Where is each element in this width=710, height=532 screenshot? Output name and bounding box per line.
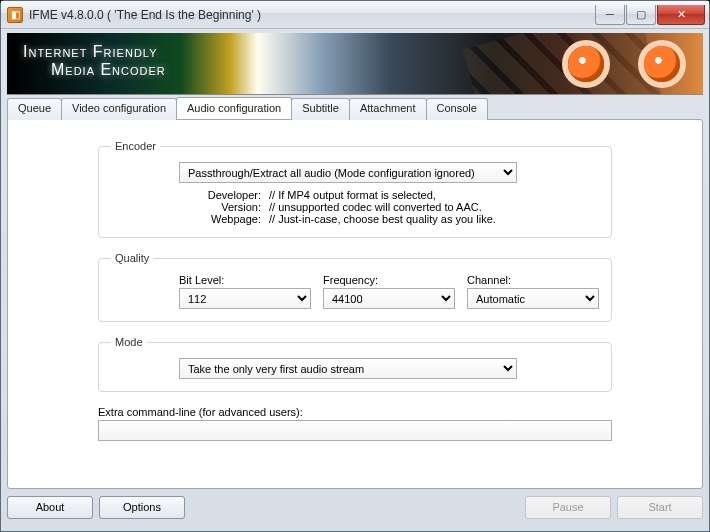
maximize-button[interactable]: ▢: [626, 5, 656, 25]
info-developer-key: Developer:: [179, 189, 261, 201]
info-webpage-val: // Just-in-case, choose best quality as …: [269, 213, 599, 225]
window-title: IFME v4.8.0.0 ( 'The End Is the Beginnin…: [29, 8, 595, 22]
banner-line2: Media Encoder: [51, 61, 166, 79]
group-encoder: Encoder Passthrough/Extract all audio (M…: [98, 140, 612, 238]
group-quality-legend: Quality: [111, 252, 153, 264]
app-window: ◧ IFME v4.8.0.0 ( 'The End Is the Beginn…: [0, 0, 710, 532]
start-button[interactable]: Start: [617, 496, 703, 519]
encoder-select[interactable]: Passthrough/Extract all audio (Mode conf…: [179, 162, 517, 183]
banner-text: Internet Friendly Media Encoder: [23, 43, 166, 79]
bitlevel-label: Bit Level:: [179, 274, 311, 286]
extra-cmd-section: Extra command-line (for advanced users):: [98, 406, 612, 441]
window-controls: ─ ▢ ✕: [595, 5, 705, 25]
group-quality: Quality Bit Level: 112 Frequency: 44100: [98, 252, 612, 322]
info-webpage-key: Webpage:: [179, 213, 261, 225]
info-version-val: // unsupported codec will converted to A…: [269, 201, 599, 213]
about-button[interactable]: About: [7, 496, 93, 519]
app-icon: ◧: [7, 7, 23, 23]
content: Queue Video configuration Audio configur…: [7, 97, 703, 489]
close-button[interactable]: ✕: [657, 5, 705, 25]
banner: Internet Friendly Media Encoder: [7, 33, 703, 95]
footer: About Options Pause Start: [7, 489, 703, 525]
channel-select[interactable]: Automatic: [467, 288, 599, 309]
info-version-key: Version:: [179, 201, 261, 213]
tab-bar: Queue Video configuration Audio configur…: [7, 97, 703, 119]
tab-subtitle[interactable]: Subtitle: [291, 98, 350, 120]
info-developer-val: // If MP4 output format is selected,: [269, 189, 599, 201]
titlebar[interactable]: ◧ IFME v4.8.0.0 ( 'The End Is the Beginn…: [1, 1, 709, 29]
tab-panel-audio: Encoder Passthrough/Extract all audio (M…: [7, 119, 703, 489]
channel-label: Channel:: [467, 274, 599, 286]
tab-attachment[interactable]: Attachment: [349, 98, 427, 120]
bitlevel-select[interactable]: 112: [179, 288, 311, 309]
extra-cmd-input[interactable]: [98, 420, 612, 441]
minimize-button[interactable]: ─: [595, 5, 625, 25]
group-mode: Mode Take the only very first audio stre…: [98, 336, 612, 392]
tab-console[interactable]: Console: [426, 98, 488, 120]
extra-cmd-label: Extra command-line (for advanced users):: [98, 406, 612, 418]
banner-line1: Internet Friendly: [23, 43, 166, 61]
tab-queue[interactable]: Queue: [7, 98, 62, 120]
group-mode-legend: Mode: [111, 336, 147, 348]
banner-art-icon: [598, 41, 688, 91]
pause-button[interactable]: Pause: [525, 496, 611, 519]
encoder-info: Developer: // If MP4 output format is se…: [179, 189, 599, 225]
frequency-select[interactable]: 44100: [323, 288, 455, 309]
tab-audio[interactable]: Audio configuration: [176, 97, 292, 119]
frequency-label: Frequency:: [323, 274, 455, 286]
options-button[interactable]: Options: [99, 496, 185, 519]
tab-video[interactable]: Video configuration: [61, 98, 177, 120]
mode-select[interactable]: Take the only very first audio stream: [179, 358, 517, 379]
group-encoder-legend: Encoder: [111, 140, 160, 152]
